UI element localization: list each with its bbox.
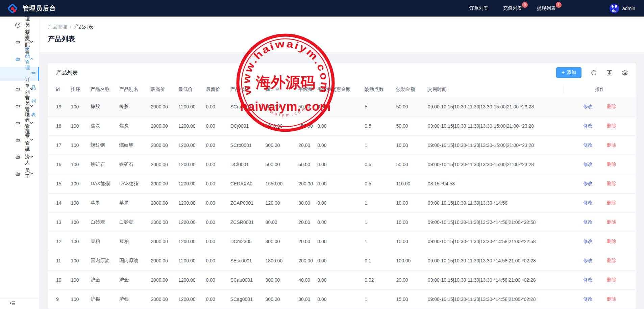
chevron-down-icon — [30, 104, 34, 108]
table-cell: SCru0001 — [230, 97, 266, 116]
table-cell: 0.1 — [365, 251, 396, 270]
delete-link[interactable]: 删除 — [607, 277, 616, 282]
table-cell: 13 — [48, 212, 71, 232]
column-header: id — [48, 82, 71, 97]
edit-link[interactable]: 修改 — [583, 104, 593, 109]
edit-link[interactable]: 修改 — [583, 200, 593, 205]
table-cell: 0.00 — [317, 193, 365, 212]
table-cell: 豆粕 — [91, 232, 119, 251]
table-cell: 15.00 — [396, 289, 428, 309]
crown-icon — [15, 103, 21, 109]
edit-link[interactable]: 修改 — [583, 181, 593, 186]
row-actions: 修改删除 — [564, 251, 636, 270]
table-cell: 100 — [71, 212, 91, 232]
table-cell: 1 — [365, 135, 396, 155]
edit-link[interactable]: 修改 — [583, 142, 593, 148]
table-row: 18100焦炭焦炭2000.001200.000.00DCj00011000.0… — [48, 116, 636, 135]
sidebar-subitem[interactable]: 产品列表 — [0, 67, 39, 81]
edit-link[interactable]: 修改 — [583, 219, 593, 225]
add-button[interactable]: + 添加 — [556, 67, 581, 78]
density-icon[interactable] — [606, 70, 613, 76]
table-cell: DCi0001 — [230, 155, 266, 174]
table-cell: 1800.00 — [266, 251, 299, 270]
edit-link[interactable]: 修改 — [583, 296, 593, 302]
refresh-icon[interactable] — [591, 70, 597, 76]
table-cell: 09:00-10:15|10:30-11:30|13:30-*14:58|21:… — [428, 251, 564, 270]
navbar-item-label: 订单列表 — [469, 5, 488, 11]
user-menu[interactable]: du admin — [610, 4, 635, 13]
delete-link[interactable]: 删除 — [607, 219, 616, 225]
table-cell: 1 — [365, 232, 396, 251]
table-cell: 2000.00 — [151, 193, 178, 212]
table-cell: 1000.00 — [266, 116, 299, 135]
delete-link[interactable]: 删除 — [607, 181, 616, 186]
table-cell: 白砂糖 — [91, 212, 119, 232]
sidebar-item[interactable]: 经济人 — [0, 148, 39, 165]
table-cell: 20.00 — [298, 135, 317, 155]
table-cell: 100 — [71, 97, 91, 116]
table-cell: 0.00 — [317, 270, 365, 289]
delete-link[interactable]: 删除 — [607, 104, 616, 109]
sidebar-item[interactable]: 员工 — [0, 165, 39, 182]
breadcrumb: 产品管理/产品列表 — [48, 24, 636, 30]
table-cell: 铁矿石 — [119, 155, 151, 174]
table-cell: 2000.00 — [151, 116, 178, 135]
column-header: 波动金额 — [396, 82, 428, 97]
table-cell: 300.00 — [266, 289, 299, 309]
table-cell: 08:15-*04:58 — [428, 174, 564, 193]
sidebar-item[interactable]: 文章管理 — [0, 131, 39, 148]
table-cell: 2000.00 — [151, 289, 178, 309]
table-cell: 09:00-10:15|10:30-11:30|13:30-15:00|21:0… — [428, 135, 564, 155]
card-title: 产品列表 — [56, 69, 78, 76]
delete-link[interactable]: 删除 — [607, 258, 616, 263]
table-cell: SCau0001 — [230, 270, 266, 289]
table-row: 10100沪金沪金2000.001200.000.00SCau0001300.0… — [48, 270, 636, 289]
edit-link[interactable]: 修改 — [583, 161, 593, 167]
card-header: 产品列表 + 添加 — [48, 63, 636, 82]
table-cell: 2000.00 — [151, 135, 178, 155]
table-cell: 1200.00 — [178, 116, 206, 135]
edit-link[interactable]: 修改 — [583, 277, 593, 282]
table-row: 17100螺纹钢螺纹钢2000.001200.000.00SCrb0001300… — [48, 135, 636, 155]
table-cell: 1200.00 — [178, 193, 206, 212]
navbar-item[interactable]: 提现列表1 — [537, 5, 556, 11]
table-cell: 1200.00 — [178, 174, 206, 193]
sidebar-item-label: 经济人 — [25, 148, 30, 166]
table-cell: 200.00 — [298, 251, 317, 270]
sidebar: 管理员列表系统配置产品管理产品列表订单列表会员管理报表管理文章管理经济人员工 — [0, 17, 40, 309]
table-cell: 20.00 — [298, 212, 317, 232]
table-cell: 20.00 — [298, 232, 317, 251]
edit-link[interactable]: 修改 — [583, 258, 593, 263]
delete-link[interactable]: 删除 — [607, 200, 616, 205]
table-row: 12100豆粕豆粕2000.001200.000.00DCm2305300.00… — [48, 232, 636, 251]
delete-link[interactable]: 删除 — [607, 238, 616, 244]
edit-link[interactable]: 修改 — [583, 238, 593, 244]
column-header: 排序 — [71, 82, 91, 97]
navbar-brand: 管理员后台 — [7, 4, 56, 13]
content-area: 产品列表 + 添加 — [40, 52, 644, 309]
table-cell: 50.00 — [396, 155, 428, 174]
sidebar-item[interactable]: 产品管理 — [0, 50, 39, 67]
table-cell: 1 — [365, 212, 396, 232]
delete-link[interactable]: 删除 — [607, 161, 616, 167]
settings-gear-icon[interactable] — [622, 70, 628, 76]
delete-link[interactable]: 删除 — [607, 123, 616, 128]
edit-link[interactable]: 修改 — [583, 123, 593, 128]
sidebar-collapse-button[interactable] — [0, 298, 39, 309]
table-cell: 2000.00 — [151, 97, 178, 116]
table-cell: 50.00 — [396, 97, 428, 116]
table-cell: SCrb0001 — [230, 135, 266, 155]
delete-link[interactable]: 删除 — [607, 296, 616, 302]
table-cell: 09:00-10:15|10:30-11:30|13:30-15:00|21:0… — [428, 155, 564, 174]
navbar-item[interactable]: 充值列表9 — [503, 5, 522, 11]
sidebar-item[interactable]: 管理员列表 — [0, 17, 39, 33]
table-cell: 1650.00 — [266, 174, 299, 193]
table-cell: 10.00 — [396, 135, 428, 155]
delete-link[interactable]: 删除 — [607, 142, 616, 148]
navbar-item[interactable]: 订单列表 — [469, 5, 488, 11]
table-cell: 0.5 — [365, 116, 396, 135]
chevron-down-icon — [30, 87, 34, 91]
row-actions: 修改删除 — [564, 212, 636, 232]
breadcrumb-parent[interactable]: 产品管理 — [48, 24, 67, 29]
table-cell: 0.00 — [206, 135, 230, 155]
